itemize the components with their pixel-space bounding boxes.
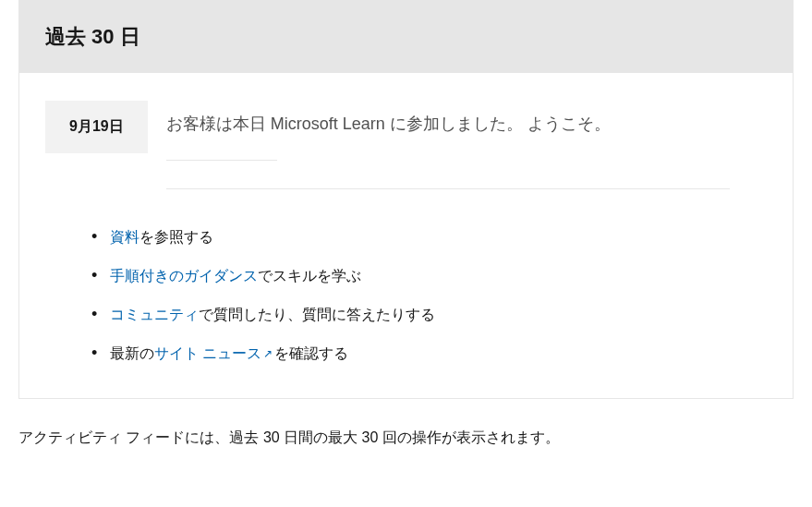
footer-text: アクティビティ フィードには、過去 30 日間の最大 30 回の操作が表示されま…: [18, 427, 794, 449]
card-title: 過去 30 日: [45, 23, 767, 51]
link-list: 資料を参照する 手順付きのガイダンスでスキルを学ぶ コミュニティで質問したり、質…: [91, 226, 793, 398]
list-item: 資料を参照する: [91, 226, 793, 248]
divider: [166, 160, 277, 161]
external-link-icon: ↗: [263, 345, 273, 362]
activity-card: 過去 30 日 9月19日 お客様は本日 Microsoft Learn に参加…: [18, 0, 794, 399]
entry-content: お客様は本日 Microsoft Learn に参加しました。 ようこそ。: [166, 101, 730, 189]
list-item-prefix: 最新の: [110, 345, 154, 361]
site-news-link[interactable]: サイト ニュース↗: [154, 345, 274, 361]
list-item: 最新のサイト ニュース↗を確認する: [91, 343, 793, 365]
list-item-suffix: を参照する: [139, 229, 213, 245]
list-item-suffix: で質問したり、質問に答えたりする: [199, 307, 435, 322]
community-link[interactable]: コミュニティ: [110, 307, 199, 322]
list-item-suffix: でスキルを学ぶ: [258, 268, 361, 284]
list-item: コミュニティで質問したり、質問に答えたりする: [91, 304, 793, 326]
welcome-text: お客様は本日 Microsoft Learn に参加しました。 ようこそ。: [166, 112, 730, 137]
list-item-suffix: を確認する: [274, 345, 348, 361]
card-header: 過去 30 日: [19, 1, 793, 73]
documentation-link[interactable]: 資料: [110, 229, 139, 245]
date-badge: 9月19日: [45, 101, 148, 153]
list-item: 手順付きのガイダンスでスキルを学ぶ: [91, 265, 793, 287]
guidance-link[interactable]: 手順付きのガイダンス: [110, 268, 258, 284]
activity-entry: 9月19日 お客様は本日 Microsoft Learn に参加しました。 よう…: [19, 73, 793, 189]
